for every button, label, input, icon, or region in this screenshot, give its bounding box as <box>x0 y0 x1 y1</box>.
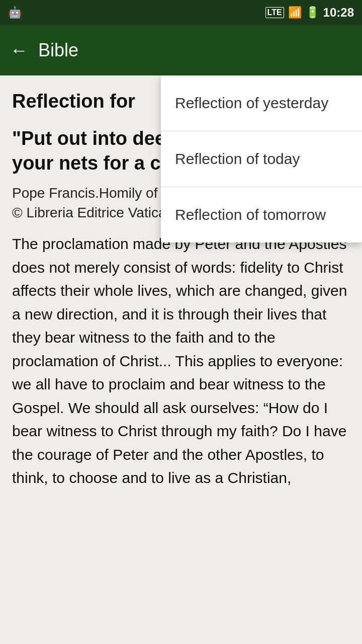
lte-icon: LTE <box>265 7 284 18</box>
app-bar: ← Bible <box>0 25 362 75</box>
back-button[interactable]: ← <box>10 40 28 61</box>
app-bar-title: Bible <box>38 40 78 61</box>
signal-icon: 📶 <box>288 6 302 19</box>
dropdown-item-yesterday[interactable]: Reflection of yesterday <box>161 75 362 131</box>
dropdown-item-tomorrow[interactable]: Reflection of tomorrow <box>161 187 362 243</box>
dropdown-menu: Reflection of yesterday Reflection of to… <box>161 75 362 243</box>
dropdown-item-today[interactable]: Reflection of today <box>161 131 362 187</box>
body-text: The proclamation made by Peter and the A… <box>12 232 350 490</box>
battery-icon: 🔋 <box>306 6 319 19</box>
status-bar: 🤖 LTE 📶 🔋 10:28 <box>0 0 362 25</box>
status-icons: LTE 📶 🔋 10:28 <box>265 6 354 20</box>
android-icon: 🤖 <box>8 6 22 19</box>
content-area: Reflection of yesterday Reflection of to… <box>0 75 362 500</box>
status-time: 10:28 <box>323 6 354 20</box>
